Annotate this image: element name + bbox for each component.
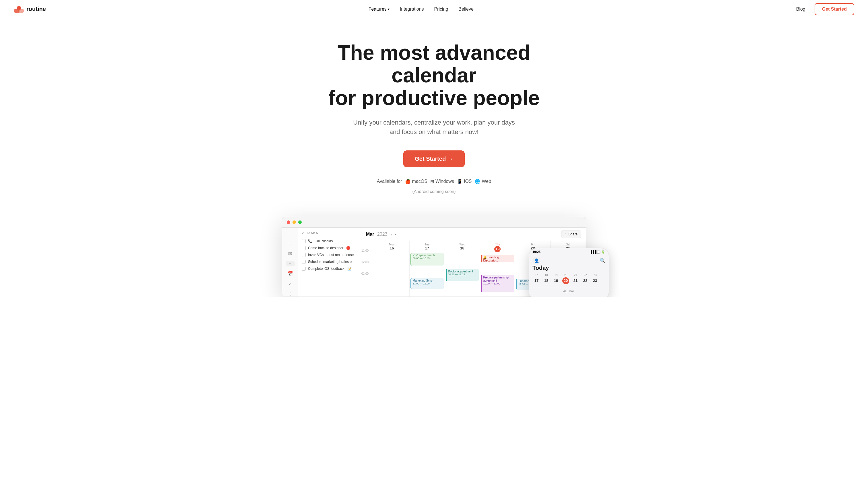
hero-subtitle-line2: and focus on what matters now! <box>390 128 479 136</box>
mobile-week: 1717 1818 1919 2020 2121 2222 2323 <box>532 274 605 284</box>
nav-features[interactable]: Features ▾ <box>369 7 390 12</box>
calendar-nav: ‹ › <box>391 232 396 237</box>
task-item: 📞 Call Nicolas <box>302 238 358 245</box>
get-started-nav-button[interactable]: Get Started <box>815 3 854 15</box>
get-started-hero-button[interactable]: Get Started → <box>403 150 465 167</box>
task-checkbox[interactable] <box>302 260 306 264</box>
time-slot: 11:00 <box>362 249 372 261</box>
event-partnership[interactable]: Prepare partnership agreement 10:00 — 12… <box>481 275 514 292</box>
task-checkbox[interactable] <box>302 253 306 257</box>
day-header-tue: Tue 17 <box>410 241 445 252</box>
available-for: Available for 🍎 macOS ⊞ Windows 📱 iOS 🌐 … <box>319 179 549 194</box>
platform-windows: ⊞ Windows <box>430 179 454 184</box>
day-header-wed: Wed 18 <box>445 241 480 252</box>
time-slot: 12:00 <box>362 261 372 272</box>
share-label: Share <box>568 232 577 236</box>
mobile-status-bar: 10:25 ▐▐▐ ))) 🔋 <box>529 248 609 255</box>
logo-text: routine <box>26 6 46 13</box>
sidebar-icon-nav-forward[interactable]: → <box>286 241 295 246</box>
task-item: Schedule marketing brainstor... <box>302 259 358 265</box>
nav-pricing[interactable]: Pricing <box>434 7 448 12</box>
mobile-day[interactable]: 1717 <box>532 274 541 284</box>
nav-believe[interactable]: Believe <box>458 7 473 12</box>
task-label: Come back to designer <box>308 246 343 250</box>
time-column: 11:00 12:00 01:00 <box>362 241 374 297</box>
nav-integrations[interactable]: Integrations <box>400 7 424 12</box>
mobile-overlay: 10:25 ▐▐▐ ))) 🔋 👤 🔍 Today 1717 1818 1919… <box>529 248 609 297</box>
task-emoji: 📞 <box>308 239 312 243</box>
sidebar-icon-more[interactable]: ⋮ <box>286 291 295 297</box>
platform-web: 🌐 Web <box>475 179 491 184</box>
mobile-time: 10:25 <box>532 250 541 254</box>
mobile-content: 👤 🔍 Today 1717 1818 1919 2020 2121 2222 … <box>529 255 609 294</box>
day-body-mon <box>374 252 409 297</box>
hero-subtitle: Unify your calendars, centralize your wo… <box>319 118 549 137</box>
share-button[interactable]: ↑ Share <box>561 230 581 238</box>
tasks-header: ✓ TASKS <box>302 231 358 235</box>
day-body-tue: ✓ Prepare Lunch 09:00 — 10:45 Marketing … <box>410 252 445 297</box>
sidebar-icon-date[interactable]: 20 <box>286 261 295 266</box>
nav-blog[interactable]: Blog <box>796 7 805 12</box>
day-col-mon: Mon 16 <box>374 241 410 297</box>
window-titlebar <box>282 217 586 228</box>
task-checkbox[interactable] <box>302 246 306 250</box>
task-item: Invite VCs to test next release <box>302 251 358 259</box>
features-label: Features <box>369 7 387 12</box>
event-doctor[interactable]: Doctor appointment 10:30 — 11:15 <box>446 269 479 281</box>
sidebar-icon-tasks[interactable]: ✓ <box>286 281 295 287</box>
day-col-thu: Thu 19 🔔 Branding Discussio... Prepare p… <box>480 241 515 297</box>
nav-right: Blog Get Started <box>796 3 854 15</box>
mobile-day[interactable]: 2020 <box>562 274 570 284</box>
task-checkbox[interactable] <box>302 239 306 243</box>
hero-headline: The most advanced calendar for productiv… <box>319 41 549 109</box>
window-minimize-dot[interactable] <box>293 220 296 224</box>
day-body-thu: 🔔 Branding Discussio... Prepare partners… <box>480 254 515 297</box>
mobile-today-title: Today <box>532 265 605 271</box>
mobile-avatar: 👤 <box>532 256 541 265</box>
window-close-dot[interactable] <box>287 220 290 224</box>
event-prepare-lunch[interactable]: ✓ Prepare Lunch 09:00 — 10:45 <box>411 253 444 266</box>
calendar-header: Mar 2023 ‹ › ↑ Share <box>362 228 586 241</box>
share-icon: ↑ <box>565 232 567 236</box>
sidebar-icon-calendar[interactable]: 📅 <box>286 271 295 276</box>
sidebar-icon-nav-back[interactable]: ← <box>286 231 295 237</box>
mobile-icons: ▐▐▐ ))) 🔋 <box>590 250 605 254</box>
android-note: (Android coming soon) <box>319 189 549 194</box>
calendar-prev-button[interactable]: ‹ <box>391 232 392 237</box>
calendar-next-button[interactable]: › <box>394 232 396 237</box>
mobile-day[interactable]: 2121 <box>571 274 579 284</box>
calendar-month: Mar 2023 <box>366 232 388 237</box>
mobile-day[interactable]: 2323 <box>591 274 599 284</box>
event-branding[interactable]: 🔔 Branding Discussio... <box>481 255 514 262</box>
day-col-wed: Wed 18 Doctor appointment 10:30 — 11:15 <box>445 241 480 297</box>
app-preview-section: ← → ✉ 20 📅 ✓ ⋮ ✓ TASKS 📞 Call <box>276 217 592 297</box>
navbar: routine Features ▾ Integrations Pricing … <box>0 0 868 18</box>
task-checkbox[interactable] <box>302 267 306 271</box>
task-item: Complete iOS feedback 📝 <box>302 265 358 272</box>
day-header-thu: Thu 19 <box>480 241 515 254</box>
platform-ios: 📱 iOS <box>457 179 472 184</box>
chevron-down-icon: ▾ <box>388 7 390 11</box>
tasks-label: TASKS <box>306 231 318 235</box>
task-item: Come back to designer 🔴 <box>302 245 358 251</box>
mobile-all-day: ALL DAY <box>532 287 605 293</box>
hero-headline-line1: The most advanced calendar <box>338 41 530 87</box>
task-label: Invite VCs to test next release <box>308 253 354 257</box>
sidebar-icon-inbox[interactable]: ✉ <box>286 251 295 256</box>
mobile-day[interactable]: 1919 <box>552 274 560 284</box>
window-maximize-dot[interactable] <box>298 220 302 224</box>
hero-section: The most advanced calendar for productiv… <box>305 18 563 211</box>
mobile-search-icon[interactable]: 🔍 <box>600 258 605 263</box>
day-body-wed: Doctor appointment 10:30 — 11:15 <box>445 252 480 297</box>
task-label: Complete iOS feedback <box>308 267 344 271</box>
logo[interactable]: routine <box>14 5 46 13</box>
event-marketing-sync[interactable]: Marketing Sync 11:00 — 12:00 <box>411 278 444 289</box>
hero-headline-line2: for productive people <box>328 87 540 109</box>
nav-links: Features ▾ Integrations Pricing Believe <box>369 7 474 12</box>
platform-macos: 🍎 macOS <box>405 179 427 184</box>
tasks-panel: ✓ TASKS 📞 Call Nicolas Come back to desi… <box>298 228 362 297</box>
task-label: Schedule marketing brainstor... <box>308 260 355 264</box>
mobile-day[interactable]: 1818 <box>542 274 550 284</box>
mobile-day[interactable]: 2222 <box>581 274 589 284</box>
day-col-tue: Tue 17 ✓ Prepare Lunch 09:00 — 10:45 Mar… <box>410 241 445 297</box>
